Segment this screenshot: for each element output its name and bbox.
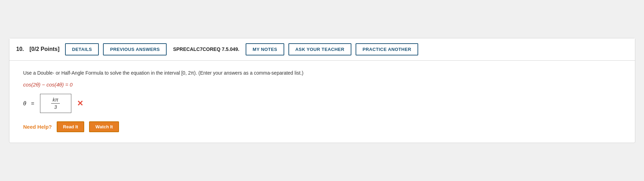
answer-fraction: kπ 3 (47, 97, 65, 110)
equation-display: cos(2θ) − cos(4θ) = 0 (23, 82, 621, 88)
need-help-row: Need Help? Read It Watch It (23, 121, 621, 132)
ask-teacher-button[interactable]: ASK YOUR TEACHER (288, 43, 351, 55)
practice-another-button[interactable]: PRACTICE ANOTHER (356, 43, 418, 55)
problem-description: Use a Double- or Half-Angle Formula to s… (23, 69, 621, 77)
need-help-label: Need Help? (23, 124, 52, 130)
watch-it-button[interactable]: Watch It (89, 121, 119, 132)
answer-row: θ = kπ 3 ✕ (23, 94, 621, 113)
theta-label: θ (23, 100, 26, 107)
course-code: SPRECALC7COREQ 7.5.049. (173, 46, 239, 52)
my-notes-button[interactable]: MY NOTES (246, 43, 284, 55)
points-label: [0/2 Points] (30, 46, 59, 52)
previous-answers-button[interactable]: PREVIOUS ANSWERS (103, 43, 167, 55)
equals-sign: = (31, 100, 34, 107)
question-container: 10. [0/2 Points] DETAILS PREVIOUS ANSWER… (9, 38, 635, 143)
header-row: 10. [0/2 Points] DETAILS PREVIOUS ANSWER… (9, 38, 635, 61)
fraction-numerator: kπ (51, 97, 59, 104)
wrong-mark: ✕ (77, 99, 83, 108)
details-button[interactable]: DETAILS (65, 43, 99, 55)
read-it-button[interactable]: Read It (57, 121, 84, 132)
answer-box: kπ 3 (40, 94, 71, 113)
fraction-denominator: 3 (54, 104, 57, 110)
content-area: Use a Double- or Half-Angle Formula to s… (9, 61, 635, 143)
question-number: 10. (16, 46, 24, 52)
